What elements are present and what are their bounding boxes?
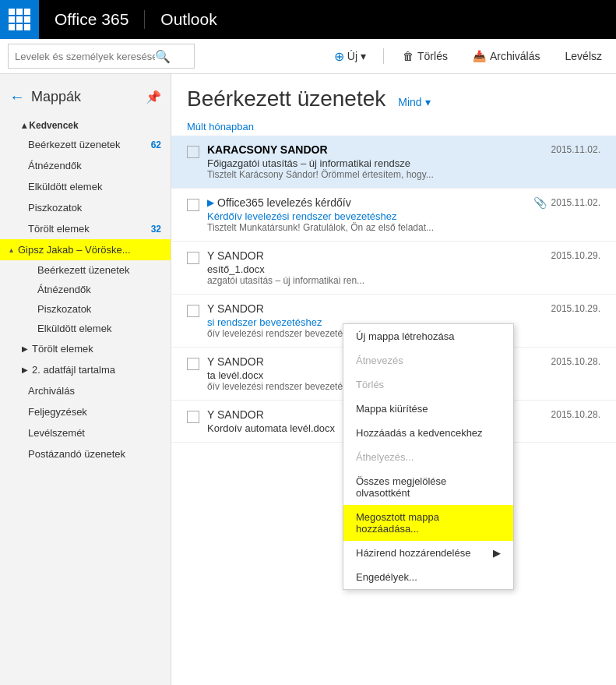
email-date: 2015.10.29. [551, 250, 600, 261]
sidebar-subitem-group-drafts[interactable]: Átnézendők [0, 280, 171, 299]
email-item[interactable]: Y SANDOR 2015.10.29. esítő_1.docx azgató… [171, 242, 616, 295]
chevron-down-icon: ▾ [425, 96, 431, 108]
sender-name: Y SANDOR [207, 408, 264, 421]
expand-arrow2-icon: ▶ [22, 365, 28, 374]
delete-label: Törlés [417, 50, 448, 62]
email-item[interactable]: ▶ Office365 levelezés kérdőív 📎 2015.11.… [171, 189, 616, 242]
sidebar-subitem-group-piszkozatok[interactable]: Piszkozatok [0, 299, 171, 319]
sender-name-text: Office365 levelezés kérdőív [217, 196, 351, 209]
office365-title: Office 365 [39, 10, 145, 29]
context-menu-item-shared[interactable]: Megosztott mappa hozzáadása... [343, 505, 513, 541]
favorites-section-title: ▴ Kedvencek [0, 112, 171, 134]
sidebar-subitem-group-sent[interactable]: Elküldött elemek [0, 319, 171, 338]
triangle-icon: ▴ [22, 120, 29, 131]
action-buttons: ⊕ Új ▾ 🗑 Törlés 📥 Archiválás Levélsz [329, 46, 608, 67]
sent-label: Elküldött elemek [28, 181, 102, 192]
email-top: KARACSONY SANDOR 2015.11.02. [207, 143, 600, 156]
sidebar-item-archivalis[interactable]: Archiválás [0, 380, 171, 401]
back-icon[interactable]: ← [9, 88, 25, 106]
sidebar-item-deleted[interactable]: Törölt elemek 32 [0, 218, 171, 239]
email-date: 2015.10.28. [551, 356, 600, 367]
sidebar-item-sent[interactable]: Elküldött elemek [0, 176, 171, 197]
policy-label: Házirend hozzárendelése [356, 547, 470, 559]
piszkozatok-label: Piszkozatok [28, 202, 82, 214]
group-label: Gipsz Jakab – Vöröske... [18, 244, 131, 256]
submenu-arrow-icon: ▶ [493, 547, 501, 559]
pin-icon[interactable]: 📌 [146, 90, 161, 104]
email-list-header: Beérkezett üzenetek Mind ▾ [171, 74, 616, 118]
context-menu-item-policy[interactable]: Házirend hozzárendelése ▶ [343, 541, 513, 565]
plus-icon: ⊕ [334, 49, 344, 64]
archive-label: Archiválás [490, 50, 540, 62]
context-menu: Új mappa létrehozása Átnevezés Törlés Ma… [343, 323, 514, 590]
email-date: 2015.10.28. [551, 409, 600, 420]
inbox-label: Beérkezett üzenetek [28, 139, 121, 150]
email-preview: Tisztelt Munkatársunk! Gratulálok, Ön az… [207, 222, 600, 233]
sender-name: Y SANDOR [207, 302, 264, 315]
archive-button[interactable]: 📥 Archiválás [466, 47, 547, 65]
inbox-count: 62 [151, 139, 161, 150]
sidebar-item-drafts[interactable]: Átnézendők [0, 155, 171, 176]
email-top: Y SANDOR 2015.10.29. [207, 302, 600, 315]
new-button[interactable]: ⊕ Új ▾ [329, 46, 371, 67]
email-item[interactable]: KARACSONY SANDOR 2015.11.02. Főigazgatói… [171, 136, 616, 189]
email-checkbox[interactable] [187, 305, 199, 317]
email-content: Y SANDOR 2015.10.29. esítő_1.docx azgató… [207, 249, 600, 286]
sidebar: ← Mappák 📌 ▴ Kedvencek Beérkezett üzenet… [0, 74, 171, 685]
email-subject: esítő_1.docx [207, 263, 600, 275]
context-menu-item-permissions[interactable]: Engedélyek... [343, 565, 513, 589]
context-menu-item-rename: Átnevezés [343, 348, 513, 373]
sidebar-item-group-deleted[interactable]: ▶ Törölt elemek [0, 338, 171, 359]
levelsz-label: Levélsz [565, 50, 602, 62]
sidebar-subitem-group-inbox[interactable]: Beérkezett üzenetek [0, 260, 171, 280]
search-input[interactable] [15, 51, 155, 62]
sender-name: KARACSONY SANDOR [207, 143, 328, 156]
delete-button[interactable]: 🗑 Törlés [396, 47, 454, 65]
archive-icon: 📥 [473, 50, 486, 62]
email-preview: Tisztelt Karácsony Sándor! Örömmel értes… [207, 169, 600, 180]
attachment-icon: 📎 [533, 196, 547, 209]
sidebar-item-adatfajl[interactable]: ▶ 2. adatfájl tartalma [0, 359, 171, 380]
email-checkbox[interactable] [187, 146, 199, 158]
levelsz-button[interactable]: Levélsz [559, 47, 608, 65]
email-content: KARACSONY SANDOR 2015.11.02. Főigazgatói… [207, 143, 600, 180]
divider [383, 48, 384, 64]
dropdown-arrow-icon: ▾ [361, 50, 366, 62]
email-checkbox[interactable] [187, 252, 199, 264]
email-date: 2015.11.02. [551, 197, 600, 208]
context-menu-item-empty[interactable]: Mappa kiürítése [343, 397, 513, 421]
search-box[interactable]: 🔍 [8, 44, 195, 69]
context-menu-item-new-folder[interactable]: Új mappa létrehozása [343, 324, 513, 348]
email-checkbox[interactable] [187, 199, 199, 211]
email-date: 2015.10.29. [551, 303, 600, 314]
sidebar-title: Mappák [31, 89, 81, 105]
sidebar-item-levelszemet[interactable]: Levélszemét [0, 422, 171, 443]
email-checkbox[interactable] [187, 358, 199, 370]
sidebar-item-inbox[interactable]: Beérkezett üzenetek 62 [0, 134, 171, 155]
sidebar-item-piszkozatok[interactable]: Piszkozatok [0, 197, 171, 218]
trash-icon: 🗑 [403, 50, 414, 62]
waffle-button[interactable] [0, 0, 39, 39]
sidebar-header: ← Mappák 📌 [0, 82, 171, 112]
sender-name: Y SANDOR [207, 355, 264, 368]
context-menu-item-delete: Törlés [343, 373, 513, 397]
email-subject: Kérdőív levelezési rendszer bevezetéshez [207, 210, 600, 222]
email-subject: Főigazgatói utasítás – új informatikai r… [207, 157, 600, 169]
drafts-label: Átnézendők [28, 160, 82, 171]
deleted-label: Törölt elemek [28, 223, 90, 235]
context-menu-item-mark-read[interactable]: Összes megjelölése olvasottként [343, 469, 513, 505]
email-checkbox[interactable] [187, 411, 199, 423]
sidebar-item-postazando[interactable]: Postázandó üzenetek [0, 443, 171, 464]
action-bar: 🔍 ⊕ Új ▾ 🗑 Törlés 📥 Archiválás Levélsz [0, 39, 616, 74]
content-area: Beérkezett üzenetek Mind ▾ Múlt hónapban… [171, 74, 616, 685]
context-menu-item-move: Áthelyezés... [343, 445, 513, 469]
filter-button[interactable]: Mind ▾ [398, 96, 430, 108]
filter-label: Mind [398, 96, 421, 108]
sidebar-item-feljegyzesek[interactable]: Feljegyzések [0, 401, 171, 422]
context-menu-item-favorite[interactable]: Hozzáadás a kedvencekhez [343, 421, 513, 445]
sidebar-group-gipsz[interactable]: ▴ Gipsz Jakab – Vöröske... [0, 239, 171, 260]
main-layout: ← Mappák 📌 ▴ Kedvencek Beérkezett üzenet… [0, 74, 616, 685]
section-label: Múlt hónapban [171, 118, 616, 136]
search-icon: 🔍 [155, 49, 171, 64]
top-bar: Office 365 Outlook [0, 0, 616, 39]
